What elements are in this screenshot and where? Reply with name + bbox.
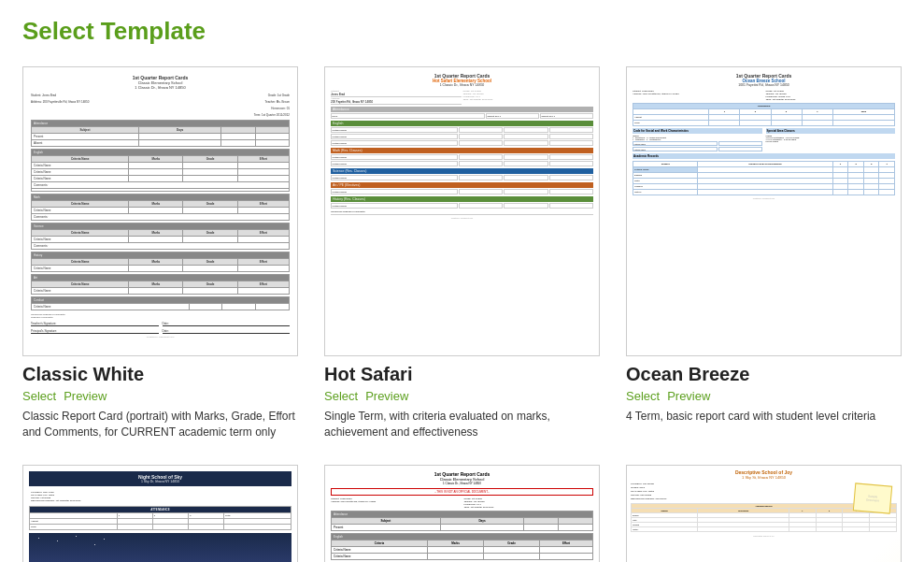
template-name-hot-safari: Hot Safari bbox=[324, 364, 600, 385]
templates-grid: 1st Quarter Report Cards Classic Element… bbox=[0, 57, 924, 562]
template-preview-classic-elem[interactable]: 1st Quarter Report Cards Classic Element… bbox=[324, 465, 600, 562]
template-actions-ocean-breeze: Select Preview bbox=[626, 389, 902, 403]
preview-hot-safari[interactable]: Preview bbox=[365, 389, 408, 403]
page-title: Select Template bbox=[22, 17, 902, 46]
template-card-hot-safari: 1st Quarter Report Cards Hot Safari Elem… bbox=[311, 57, 613, 455]
select-classic-white[interactable]: Select bbox=[22, 389, 56, 403]
template-preview-night-school[interactable]: Night School of Sky 1 Sky Dr, Ithaca NY … bbox=[22, 465, 298, 562]
template-desc-classic-white: Classic Report Card (portrait) with Mark… bbox=[22, 409, 298, 440]
template-preview-hot-safari[interactable]: 1st Quarter Report Cards Hot Safari Elem… bbox=[324, 66, 600, 356]
template-actions-hot-safari: Select Preview bbox=[324, 389, 600, 403]
template-card-ocean-breeze: 1st Quarter Report Cards Ocean Breeze Sc… bbox=[613, 57, 915, 455]
template-desc-hot-safari: Single Term, with criteria evaluated on … bbox=[324, 409, 600, 440]
template-preview-ocean-breeze[interactable]: 1st Quarter Report Cards Ocean Breeze Sc… bbox=[626, 66, 902, 356]
preview-ocean-breeze[interactable]: Preview bbox=[667, 389, 710, 403]
template-card-classic-elem: 1st Quarter Report Cards Classic Element… bbox=[311, 455, 613, 562]
template-preview-desc-joy[interactable]: Descriptive School of Joy 1 Sky St, Itha… bbox=[626, 465, 902, 562]
select-ocean-breeze[interactable]: Select bbox=[626, 389, 660, 403]
page-header: Select Template bbox=[0, 0, 924, 57]
template-card-classic-white: 1st Quarter Report Cards Classic Element… bbox=[9, 57, 311, 455]
template-preview-classic-white[interactable]: 1st Quarter Report Cards Classic Element… bbox=[22, 66, 298, 356]
template-desc-ocean-breeze: 4 Term, basic report card with student l… bbox=[626, 409, 902, 425]
template-card-desc-joy: Descriptive School of Joy 1 Sky St, Itha… bbox=[613, 455, 915, 562]
template-card-night-school: Night School of Sky 1 Sky Dr, Ithaca NY … bbox=[9, 455, 311, 562]
template-actions-classic-white: Select Preview bbox=[22, 389, 298, 403]
template-name-classic-white: Classic White bbox=[22, 364, 298, 385]
select-hot-safari[interactable]: Select bbox=[324, 389, 358, 403]
template-name-ocean-breeze: Ocean Breeze bbox=[626, 364, 902, 385]
preview-classic-white[interactable]: Preview bbox=[64, 389, 107, 403]
